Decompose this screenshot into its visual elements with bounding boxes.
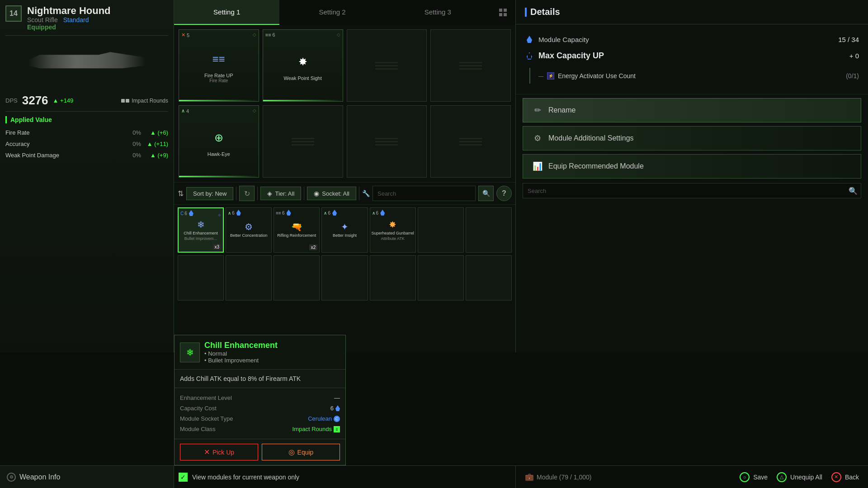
right-search-icon[interactable]: 🔍 bbox=[849, 187, 858, 195]
module-count: 💼 Module (79 / 1,000) bbox=[525, 473, 591, 481]
equip-button[interactable]: ◎ Equip bbox=[262, 444, 340, 460]
back-action[interactable]: ✕ Back bbox=[831, 472, 859, 482]
weapon-status-standard: Standard bbox=[63, 16, 89, 23]
module-grid: ✕5 ◇ ≡≡ Fire Rate UP Fire Rate ≡≡6 ◇ ✸ W… bbox=[174, 25, 515, 182]
inv-empty-7[interactable] bbox=[370, 255, 416, 300]
unequip-all-action[interactable]: △ Unequip All bbox=[777, 472, 822, 482]
search-button[interactable]: 🔍 bbox=[478, 186, 494, 201]
weapon-type: Scout Rifle bbox=[27, 16, 58, 23]
refresh-button[interactable]: ↻ bbox=[239, 186, 255, 201]
left-panel: 14 Nightmare Hound Scout Rifle Standard … bbox=[0, 0, 174, 352]
weapon-name: Nightmare Hound bbox=[27, 5, 111, 16]
module-slot-2[interactable]: ≡≡6 ◇ ✸ Weak Point Sight bbox=[263, 29, 343, 102]
wrench-icon[interactable]: 🔧 bbox=[362, 190, 370, 197]
empty-pattern-3 bbox=[373, 47, 400, 84]
module-settings-button[interactable]: ⚙ Module Additional Settings bbox=[523, 126, 861, 150]
module-slot-5[interactable]: ∧4 ◇ ⊕ Hawk-Eye bbox=[179, 105, 259, 178]
module-slot-1[interactable]: ✕5 ◇ ≡≡ Fire Rate UP Fire Rate bbox=[179, 29, 259, 102]
inv-bi-name: Better Insight bbox=[332, 232, 358, 239]
tab-grid-view[interactable] bbox=[491, 0, 515, 25]
module-slot-7[interactable] bbox=[347, 105, 427, 178]
tab-setting-2[interactable]: Setting 2 bbox=[279, 0, 385, 25]
module-slot-6[interactable] bbox=[263, 105, 343, 178]
filter-divider-4 bbox=[359, 187, 359, 200]
tab-setting-3[interactable]: Setting 3 bbox=[385, 0, 491, 25]
module-capacity-val: 15 / 34 bbox=[838, 36, 859, 43]
slot-2-cost: ≡≡6 bbox=[265, 32, 275, 38]
rename-icon: ✏ bbox=[532, 105, 543, 116]
inv-rifling-reinforcement[interactable]: ≡≡6 🔫 Rifling Reinforcement x2 bbox=[274, 207, 320, 253]
sort-button[interactable]: Sort by: New bbox=[186, 187, 233, 200]
sort-icon[interactable]: ⇅ bbox=[178, 189, 184, 198]
unequip-label: Unequip All bbox=[790, 474, 822, 481]
max-cap-icon bbox=[525, 52, 534, 61]
energy-row: — ⚡ Energy Activator Use Count (0/1) bbox=[525, 64, 859, 87]
module-detail-panel: ❄ Chill Enhancement • Normal • Bullet Im… bbox=[174, 335, 346, 465]
detail-stats: Enhancement Level — Capacity Cost 6 Modu… bbox=[175, 388, 345, 439]
inv-empty-2[interactable] bbox=[466, 207, 512, 253]
module-slot-3[interactable] bbox=[347, 29, 427, 102]
weapon-info-icon: ⚙ bbox=[7, 473, 16, 482]
empty-pattern-6 bbox=[289, 123, 316, 160]
inv-better-insight[interactable]: ∧6 ✦ Better Insight bbox=[321, 207, 368, 253]
module-slot-4[interactable] bbox=[430, 29, 511, 102]
detail-rarity: • Normal bbox=[204, 350, 278, 357]
inv-empty-6[interactable] bbox=[321, 255, 368, 300]
view-checkbox[interactable]: ✓ bbox=[179, 473, 188, 482]
weapon-level: 14 bbox=[5, 5, 22, 22]
equip-recommended-button[interactable]: 📊 Equip Recommended Module bbox=[523, 154, 861, 178]
detail-type: • Bullet Improvement bbox=[204, 357, 278, 364]
slot-1-name: Fire Rate UP bbox=[203, 73, 235, 78]
module-slot-8[interactable] bbox=[430, 105, 511, 178]
slot-2-icon: ✸ bbox=[292, 51, 314, 73]
inv-empty-8[interactable] bbox=[418, 255, 464, 300]
inv-chill-enhancement[interactable]: C6 ⟡ ❄ Chill Enhancement Bullet Improvem… bbox=[178, 207, 224, 253]
enhancement-label: Enhancement Level bbox=[180, 394, 232, 401]
empty-pattern-4 bbox=[457, 47, 484, 84]
inv-empty-1[interactable] bbox=[418, 207, 464, 253]
enhancement-val: — bbox=[334, 394, 340, 401]
inv-sg-icon: ✸ bbox=[389, 219, 396, 230]
search-input[interactable] bbox=[373, 186, 476, 201]
capacity-val: 6 bbox=[330, 405, 340, 412]
detail-class-row: Module Class Impact Rounds || bbox=[180, 424, 340, 434]
equip-recommended-label: Equip Recommended Module bbox=[548, 162, 644, 170]
inv-empty-3[interactable] bbox=[178, 255, 224, 300]
slot-5-cost: ∧4 bbox=[181, 108, 189, 114]
module-capacity-row: Module Capacity 15 / 34 bbox=[525, 31, 859, 47]
tab-setting-1[interactable]: Setting 1 bbox=[174, 0, 279, 25]
inv-sg-sub: Attribute ATK bbox=[381, 236, 404, 241]
socket-filter[interactable]: ◉ Socket: All bbox=[307, 187, 356, 200]
save-key: ○ bbox=[740, 472, 750, 482]
filter-bar: ⇅ Sort by: New ↻ ◈ Tier: All ◉ Socket: A… bbox=[174, 182, 515, 205]
rename-button[interactable]: ✏ Rename bbox=[523, 98, 861, 122]
inv-rr-name: Rifling Reinforcement bbox=[276, 232, 317, 239]
weapon-header: 14 Nightmare Hound Scout Rifle Standard … bbox=[5, 5, 168, 36]
tier-label: Tier: All bbox=[275, 190, 294, 197]
rename-label: Rename bbox=[548, 106, 576, 114]
right-search-input[interactable] bbox=[523, 183, 861, 198]
detail-description: Adds Chill ATK equal to 8% of Firearm AT… bbox=[175, 370, 345, 388]
detail-capacity-row: Capacity Cost 6 bbox=[180, 403, 340, 413]
detail-socket-row: Module Socket Type Cerulean C bbox=[180, 413, 340, 424]
weapon-equipped: Equipped bbox=[27, 23, 111, 31]
inv-empty-5[interactable] bbox=[274, 255, 320, 300]
inv-ce-cost: C6 bbox=[180, 210, 193, 217]
details-title: Details bbox=[516, 0, 868, 24]
inv-better-concentration[interactable]: ∧6 ⚙ Better Concentration bbox=[226, 207, 272, 253]
inv-empty-9[interactable] bbox=[466, 255, 512, 300]
weapon-info-label: Weapon Info bbox=[19, 473, 60, 481]
tier-filter[interactable]: ◈ Tier: All bbox=[260, 187, 301, 200]
module-inventory: C6 ⟡ ❄ Chill Enhancement Bullet Improvem… bbox=[174, 205, 515, 304]
inv-bi-cost: ∧6 bbox=[324, 210, 337, 216]
pickup-button[interactable]: ✕ Pick Up bbox=[180, 444, 258, 460]
empty-pattern-7 bbox=[373, 123, 400, 160]
dps-value: 3276 bbox=[22, 94, 48, 108]
save-action[interactable]: ○ Save bbox=[740, 472, 768, 482]
max-capacity-val: + 0 bbox=[849, 52, 859, 60]
inv-superheated-gunbarrel[interactable]: ∧6 ✸ Superheated Gunbarrel Attribute ATK bbox=[370, 207, 416, 253]
help-button[interactable]: ? bbox=[496, 186, 512, 201]
inv-empty-4[interactable] bbox=[226, 255, 272, 300]
right-search-area: 🔍 bbox=[523, 183, 861, 198]
weapon-info-bar[interactable]: ⚙ Weapon Info bbox=[0, 465, 174, 488]
